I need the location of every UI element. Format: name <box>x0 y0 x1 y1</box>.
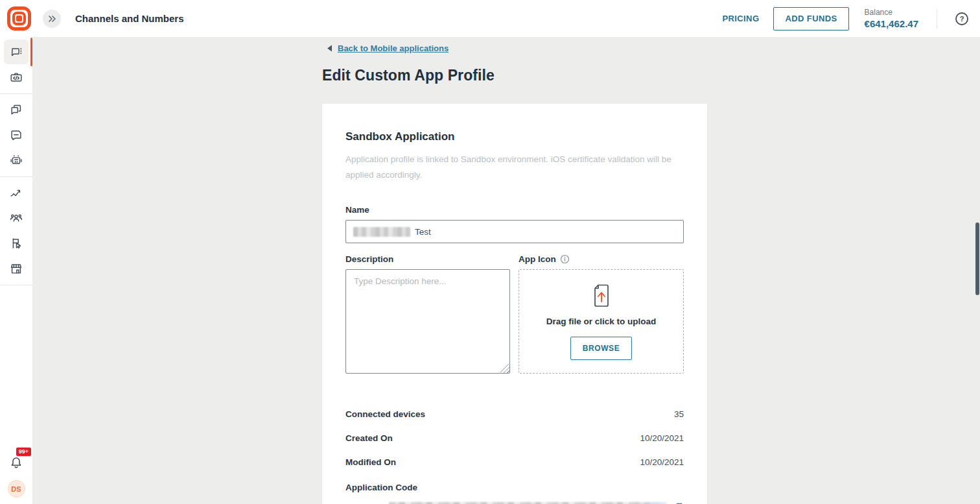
header-actions: PRICING ADD FUNDS Balance €641,462.47 ? <box>722 7 980 30</box>
info-value: 10/20/2021 <box>640 433 684 443</box>
back-link[interactable]: Back to Mobile applications <box>327 43 980 53</box>
sidebar-item-analytics[interactable] <box>4 180 29 205</box>
info-rows: Connected devices 35 Created On 10/20/20… <box>345 402 684 474</box>
sidebar: 99+ DS <box>0 37 32 504</box>
redacted-name-segment <box>353 227 410 237</box>
back-arrow-icon <box>327 45 332 52</box>
main-content: Back to Mobile applications Edit Custom … <box>32 37 980 504</box>
redacted-code-segment <box>389 502 667 504</box>
sidebar-item-dev-tools[interactable] <box>4 65 29 90</box>
sidebar-divider <box>0 285 32 285</box>
code-case-icon <box>9 70 23 84</box>
app-icon-label-row: App Icon <box>519 254 684 264</box>
bot-icon <box>9 153 23 167</box>
svg-text:?: ? <box>960 15 964 23</box>
sidebar-divider <box>0 176 32 177</box>
info-label: Connected devices <box>345 409 425 419</box>
balance-label: Balance <box>865 8 918 17</box>
storefront-icon <box>9 261 23 276</box>
help-icon: ? <box>955 12 969 26</box>
active-indicator <box>30 38 32 66</box>
info-value: 35 <box>674 409 684 419</box>
flag-cursor-icon <box>9 236 23 250</box>
chat-minus-icon <box>9 128 23 142</box>
info-value: 10/20/2021 <box>640 457 684 467</box>
trend-chart-icon <box>9 186 23 200</box>
bell-icon <box>8 455 24 470</box>
infobip-logo-icon[interactable] <box>7 6 31 30</box>
notifications-button[interactable]: 99+ <box>4 450 29 475</box>
app-profile-card: Sandbox Application Application profile … <box>322 104 707 504</box>
upload-text: Drag file or click to upload <box>546 317 657 326</box>
app-icon-column: App Icon Drag file or click to upload BR <box>519 254 684 376</box>
info-row-modified-on: Modified On 10/20/2021 <box>345 450 684 474</box>
info-label: Modified On <box>345 457 396 467</box>
user-avatar[interactable]: DS <box>8 480 25 498</box>
balance-block: Balance €641,462.47 <box>865 8 918 29</box>
app-icon-label: App Icon <box>519 254 556 264</box>
description-column: Description <box>345 254 510 376</box>
info-icon[interactable] <box>560 254 570 264</box>
name-input[interactable]: Test <box>345 220 684 243</box>
info-row-connected-devices: Connected devices 35 <box>345 402 684 426</box>
people-icon <box>9 211 23 225</box>
vertical-scrollbar[interactable] <box>975 222 979 295</box>
description-label: Description <box>345 254 510 264</box>
page-title: Edit Custom App Profile <box>322 67 980 84</box>
application-code-row: 2bfc6f29b <box>345 501 684 504</box>
description-appicon-row: Description App Icon <box>345 254 684 376</box>
sidebar-item-conversations[interactable] <box>4 97 29 122</box>
upload-file-icon <box>590 283 613 309</box>
info-row-created-on: Created On 10/20/2021 <box>345 426 684 450</box>
sidebar-item-exchange[interactable] <box>4 256 29 281</box>
app-icon-dropzone[interactable]: Drag file or click to upload BROWSE <box>519 269 684 374</box>
header-divider <box>937 9 937 29</box>
name-label: Name <box>345 205 684 215</box>
back-link-label: Back to Mobile applications <box>338 43 449 53</box>
sidebar-item-answers[interactable] <box>4 123 29 147</box>
name-value: Test <box>415 227 431 237</box>
sidebar-item-channels[interactable] <box>4 40 29 64</box>
browse-button[interactable]: BROWSE <box>570 337 633 360</box>
sidebar-item-people[interactable] <box>4 206 29 230</box>
top-header: Channels and Numbers PRICING ADD FUNDS B… <box>0 0 980 37</box>
sidebar-expand-button[interactable] <box>43 10 61 28</box>
sidebar-item-chatbot[interactable] <box>4 148 29 173</box>
notification-badge: 99+ <box>16 448 31 456</box>
copy-icon <box>673 501 684 504</box>
info-label: Created On <box>345 433 393 443</box>
card-heading: Sandbox Application <box>345 130 684 143</box>
application-code-value: 2bfc6f29b <box>345 502 384 504</box>
application-code-label: Application Code <box>345 483 684 492</box>
double-chevron-right-icon <box>47 14 57 24</box>
sidebar-divider <box>0 93 32 94</box>
copy-button[interactable] <box>672 501 684 504</box>
sidebar-item-forms[interactable] <box>4 231 29 256</box>
balance-value: €641,462.47 <box>865 18 918 29</box>
card-subtext: Application profile is linked to Sandbox… <box>345 152 677 183</box>
app-title: Channels and Numbers <box>75 13 184 24</box>
pricing-link[interactable]: PRICING <box>722 14 759 23</box>
help-button[interactable]: ? <box>954 11 970 27</box>
duplicate-chat-icon <box>9 102 23 117</box>
add-funds-button[interactable]: ADD FUNDS <box>773 7 848 30</box>
description-textarea[interactable] <box>345 269 510 374</box>
chat-dots-icon <box>9 45 23 59</box>
